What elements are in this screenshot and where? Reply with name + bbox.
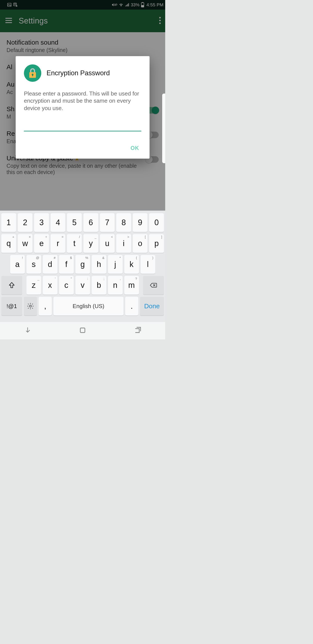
key-p[interactable]: p]	[149, 234, 164, 253]
key-k[interactable]: k(	[124, 255, 139, 274]
scroll-indicator[interactable]	[162, 94, 165, 163]
password-input[interactable]	[24, 122, 141, 132]
dialog-body: Please enter a password. This will be us…	[24, 90, 141, 112]
key-q[interactable]: q+	[1, 234, 16, 253]
ok-button[interactable]: OK	[128, 143, 141, 153]
comma-key[interactable]: ,	[39, 297, 52, 316]
key-w[interactable]: w×	[18, 234, 33, 253]
space-key[interactable]: English (US)	[53, 297, 123, 316]
key-m[interactable]: m?	[124, 276, 139, 294]
key-u[interactable]: u<	[100, 234, 115, 253]
done-key[interactable]: Done	[140, 297, 164, 316]
period-key[interactable]: .	[125, 297, 138, 316]
key-t[interactable]: t/	[67, 234, 82, 253]
keyboard-settings-key[interactable]	[24, 297, 37, 316]
backspace-key[interactable]	[143, 276, 164, 294]
svg-point-13	[29, 305, 31, 307]
key-y[interactable]: y_	[83, 234, 98, 253]
key-l[interactable]: l)	[141, 255, 155, 274]
key-s[interactable]: s@	[26, 255, 41, 274]
symbols-key[interactable]: !@1	[1, 297, 22, 316]
key-6[interactable]: 6	[83, 213, 98, 232]
key-5[interactable]: 5	[67, 213, 82, 232]
shift-key[interactable]	[1, 276, 22, 294]
recents-button[interactable]	[134, 326, 141, 335]
soft-keyboard: 1234567890 q+w×e÷r=t/y_u<i>o[p] a!s@d#f$…	[0, 210, 165, 322]
key-r[interactable]: r=	[51, 234, 65, 253]
key-e[interactable]: e÷	[34, 234, 49, 253]
key-a[interactable]: a!	[10, 255, 25, 274]
key-8[interactable]: 8	[116, 213, 131, 232]
key-n[interactable]: n,	[108, 276, 123, 294]
key-1[interactable]: 1	[1, 213, 16, 232]
encryption-password-dialog: Encryption Password Please enter a passw…	[16, 56, 150, 158]
key-0[interactable]: 0	[149, 213, 164, 232]
key-g[interactable]: g%	[75, 255, 90, 274]
key-f[interactable]: f$	[59, 255, 74, 274]
hide-keyboard-button[interactable]	[24, 326, 31, 335]
key-c[interactable]: c"	[59, 276, 74, 294]
key-j[interactable]: j*	[108, 255, 123, 274]
key-d[interactable]: d#	[43, 255, 57, 274]
key-h[interactable]: h&	[92, 255, 106, 274]
key-v[interactable]: v:	[75, 276, 90, 294]
key-x[interactable]: x'	[43, 276, 57, 294]
key-9[interactable]: 9	[133, 213, 148, 232]
key-7[interactable]: 7	[100, 213, 115, 232]
key-2[interactable]: 2	[18, 213, 33, 232]
key-b[interactable]: b;	[92, 276, 106, 294]
system-nav-bar	[0, 322, 165, 340]
home-button[interactable]	[79, 326, 86, 335]
svg-rect-12	[32, 75, 33, 76]
key-o[interactable]: o[	[133, 234, 148, 253]
svg-rect-14	[80, 328, 85, 333]
lock-icon	[24, 64, 41, 82]
key-z[interactable]: z_	[26, 276, 41, 294]
key-3[interactable]: 3	[34, 213, 49, 232]
key-4[interactable]: 4	[51, 213, 65, 232]
dialog-title: Encryption Password	[46, 69, 110, 77]
key-i[interactable]: i>	[116, 234, 131, 253]
